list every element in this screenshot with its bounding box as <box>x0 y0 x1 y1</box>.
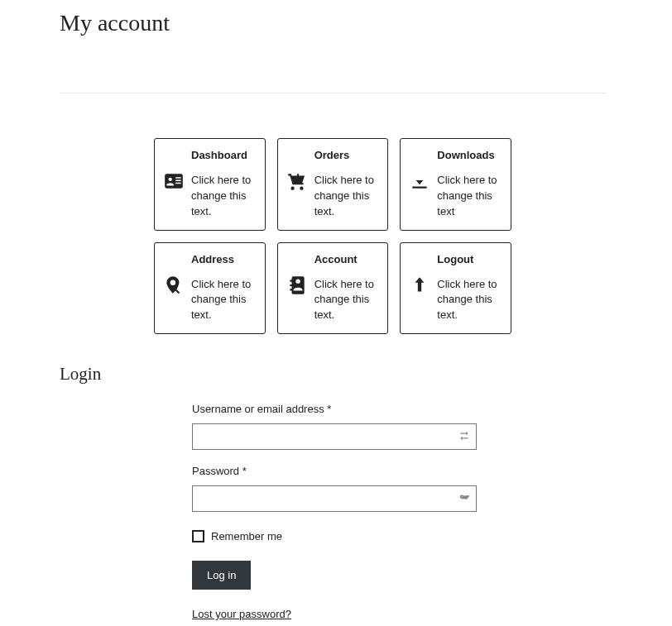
login-form: Username or email address * Password * R… <box>192 403 477 621</box>
key-icon <box>458 492 470 504</box>
account-cards-grid: Dashboard Click here to change this text… <box>154 138 511 334</box>
remember-row: Remember me <box>192 530 477 542</box>
divider <box>60 93 606 93</box>
password-label: Password * <box>192 465 477 477</box>
username-input[interactable] <box>192 423 477 450</box>
card-title: Dashboard <box>191 149 257 161</box>
contacts-icon <box>286 275 308 296</box>
id-card-icon <box>163 170 185 192</box>
login-button[interactable]: Log in <box>192 561 251 590</box>
page-title: My account <box>60 10 606 36</box>
card-desc: Click here to change this text. <box>191 277 257 324</box>
lost-password-link[interactable]: Lost your password? <box>192 608 291 620</box>
card-desc: Click here to change this text. <box>437 277 502 324</box>
login-heading: Login <box>60 364 606 385</box>
card-logout[interactable]: Logout Click here to change this text. <box>400 242 511 335</box>
download-icon <box>409 170 430 192</box>
card-downloads[interactable]: Downloads Click here to change this text <box>400 138 511 231</box>
username-label: Username or email address * <box>192 403 477 415</box>
remember-label: Remember me <box>211 530 282 542</box>
card-desc: Click here to change this text. <box>314 173 380 220</box>
card-desc: Click here to change this text. <box>314 277 380 324</box>
arrow-up-icon <box>409 275 430 296</box>
card-desc: Click here to change this text. <box>191 173 257 220</box>
card-title: Downloads <box>437 149 502 161</box>
card-title: Logout <box>437 253 502 265</box>
cart-plus-icon <box>286 170 308 192</box>
card-orders[interactable]: Orders Click here to change this text. <box>277 138 389 231</box>
card-title: Address <box>191 253 257 265</box>
card-account[interactable]: Account Click here to change this text. <box>277 242 389 335</box>
input-decoration-icon <box>458 430 470 442</box>
card-title: Orders <box>314 149 380 161</box>
map-pin-search-icon <box>163 275 185 296</box>
card-desc: Click here to change this text <box>437 173 502 220</box>
card-title: Account <box>314 253 380 265</box>
card-dashboard[interactable]: Dashboard Click here to change this text… <box>154 138 266 231</box>
card-address[interactable]: Address Click here to change this text. <box>154 242 266 335</box>
password-input[interactable] <box>192 485 477 512</box>
remember-checkbox[interactable] <box>192 530 204 542</box>
